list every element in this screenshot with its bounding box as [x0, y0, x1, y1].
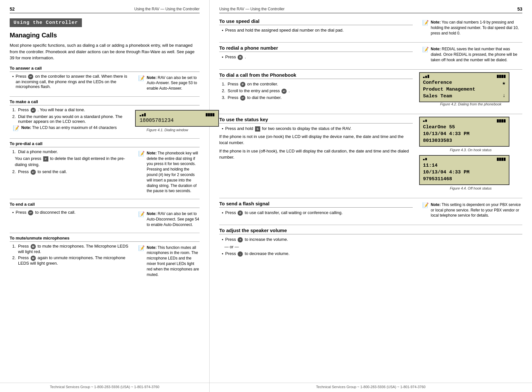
mute-note-icon: 📝	[138, 245, 145, 251]
section-title-box: Using the Controller	[10, 18, 82, 27]
predial-send-icon: ↩	[31, 170, 36, 175]
lcd-offhook: 11:14 10/13/04 4:33 PM 9795311468	[419, 155, 509, 185]
lcd-oh-bar1	[423, 121, 425, 122]
make-note-icon: 📝	[13, 125, 19, 131]
phonebook-title: To dial a call from the Phonebook	[219, 72, 413, 79]
phonebook-icon2: ↩	[281, 89, 287, 94]
lcd-offh-line3: 9795311468	[423, 176, 506, 182]
subsection-title-make: To make a call	[10, 99, 200, 105]
redial-note: 📝 Note: REDIAL saves the last number tha…	[422, 46, 522, 63]
answer-bullet: • Press ↩ on the controller to answer th…	[12, 74, 130, 89]
volume-or: — or —	[224, 244, 522, 249]
redial-bullet: • Press R .	[222, 54, 413, 60]
flash-title: To send a flash signal	[219, 201, 413, 208]
right-footer: Technical Services Group ~ 1-800-283-593…	[210, 383, 532, 389]
lcd-offh-bat4	[504, 158, 506, 161]
lcd-oh-header	[423, 119, 506, 122]
predial-step1: 1. Dial a phone number.	[12, 149, 130, 154]
speed-dial-title: To use speed dial	[219, 18, 413, 25]
status-bullet: • Press and hold S for two seconds to di…	[222, 126, 413, 132]
right-page-header: Using the RAV — Using the Controller 53	[219, 6, 522, 13]
lcd-offh-bat1	[497, 158, 499, 161]
lcd-oh-bat2	[499, 119, 501, 122]
phonebook-step1: 1. Press P on the controller.	[222, 82, 413, 87]
right-divider3	[219, 114, 522, 114]
lcd-pb-header	[423, 75, 506, 78]
lcd-oh-bat3	[501, 119, 503, 122]
lcd-pb-battery	[497, 75, 506, 78]
right-divider5	[219, 225, 522, 225]
right-page-number: 53	[517, 6, 522, 12]
answer-icon: ↩	[28, 74, 33, 79]
lcd-oh-bar2	[425, 120, 427, 122]
mute-icon2: M	[31, 256, 36, 261]
lcd-phonebook: Conference Product Management Sales Team…	[419, 72, 509, 102]
lcd-dialing: 18005781234	[135, 110, 219, 127]
lcd-pb-bat1	[497, 75, 499, 78]
lcd-bar3	[144, 113, 146, 116]
lcd-offh-signal	[423, 158, 427, 160]
end-icon: ↩	[28, 210, 33, 215]
bullet-dot: •	[12, 74, 14, 79]
answer-note-text: Note: RAV can also be set to Auto-Answer…	[147, 75, 200, 91]
figure-caption-pb: Figure 4.2. Dialing from the phonebook	[419, 102, 522, 106]
subsection-answer: To answer a call • Press ↩ on the contro…	[10, 66, 200, 93]
left-page: 52 Using the RAV — Using the Controller …	[0, 0, 210, 392]
lcd-oh-line1: ClearOne 55	[423, 124, 506, 131]
phonebook-step3: 3. Press ↩ to dial the number.	[222, 95, 413, 101]
lcd-oh-bat1	[497, 119, 499, 122]
left-page-number: 52	[10, 6, 15, 12]
left-page-header-title: Using the RAV — Using the Controller	[134, 7, 200, 11]
mute-note: 📝 Note: This function mutes all micropho…	[138, 245, 200, 278]
lcd-pb-arrow: ↓	[502, 93, 506, 99]
section-redial: To redial a phone number • Press R . 📝 N…	[219, 45, 522, 64]
lcd-pb-bar1	[423, 77, 425, 78]
mute-icon1: M	[31, 244, 36, 249]
redial-note-icon: 📝	[422, 46, 429, 53]
left-page-header: 52 Using the RAV — Using the Controller	[10, 6, 200, 13]
divider3	[10, 199, 200, 199]
lcd-bar1	[140, 115, 141, 116]
note-icon: 📝	[138, 75, 145, 81]
lcd-offh-battery	[497, 158, 506, 161]
predial-icon: #	[43, 156, 48, 162]
divider4	[10, 233, 200, 233]
speed-dial-note: 📝 Note: You can dial numbers 1-9 by pres…	[422, 20, 522, 36]
lcd-offh-header	[423, 158, 506, 161]
lcd-pb-bar3	[428, 75, 429, 78]
lcd-pb-bat4	[504, 75, 506, 78]
subsection-title-answer: To answer a call	[10, 66, 200, 72]
divider1	[10, 96, 200, 97]
right-footer-text: Technical Services Group ~ 1-800-283-593…	[316, 385, 425, 389]
lcd-offh-bar1	[423, 159, 425, 160]
section-phonebook: To dial a call from the Phonebook 1. Pre…	[219, 72, 522, 109]
phonebook-icon3: ↩	[240, 95, 245, 101]
subsection-make: To make a call 1. Press ↩ . You will hea…	[10, 99, 200, 135]
answer-text: Press ↩ on the controller to answer the …	[16, 74, 130, 89]
lcd-pb-bat2	[499, 75, 501, 78]
make-note-inline: 📝 Note: The LCD has an entry maximum of …	[13, 125, 130, 131]
bat-seg1	[206, 113, 208, 116]
figure-caption-offhook: Figure 4.4. Off hook status	[419, 186, 522, 190]
section-speed-dial: To use speed dial • Press and hold the a…	[219, 18, 522, 38]
make-icon1: ↩	[31, 108, 36, 113]
right-page: Using the RAV — Using the Controller 53 …	[210, 0, 532, 392]
predial-note: 📝 Note: The phonebook key will delete th…	[138, 151, 200, 194]
subsection-end: To end a call • Press ↩ to disconnect th…	[10, 202, 200, 229]
make-step2: 2. Dial the number as you would on a sta…	[12, 114, 130, 124]
end-bullet: • Press ↩ to disconnect the call.	[12, 210, 130, 215]
right-divider4	[219, 198, 522, 198]
lcd-header	[140, 113, 214, 116]
lcd-offh-line2: 10/13/04 4:33 PM	[423, 169, 506, 176]
vol-down-icon: -	[238, 251, 243, 257]
lcd-oh-line2: 10/13/04 4:33 PM	[423, 131, 506, 137]
make-step1: 1. Press ↩ . You will hear a dial tone.	[12, 107, 130, 113]
main-heading: Managing Calls	[10, 32, 200, 39]
phonebook-step2: 2. Scroll to the entry and press ↩ .	[222, 88, 413, 94]
lcd-pb-line3: Sales Team	[423, 93, 475, 100]
predial-step2: 2. Press ↩ to send the call.	[12, 169, 130, 175]
predial-sub: You can press # to delete the last digit…	[15, 155, 130, 168]
lcd-pb-signal	[423, 75, 429, 78]
speed-dial-bullet: • Press and hold the assigned speed dial…	[222, 28, 413, 33]
left-footer: Technical Services Group ~ 1-800-283-593…	[0, 383, 209, 389]
